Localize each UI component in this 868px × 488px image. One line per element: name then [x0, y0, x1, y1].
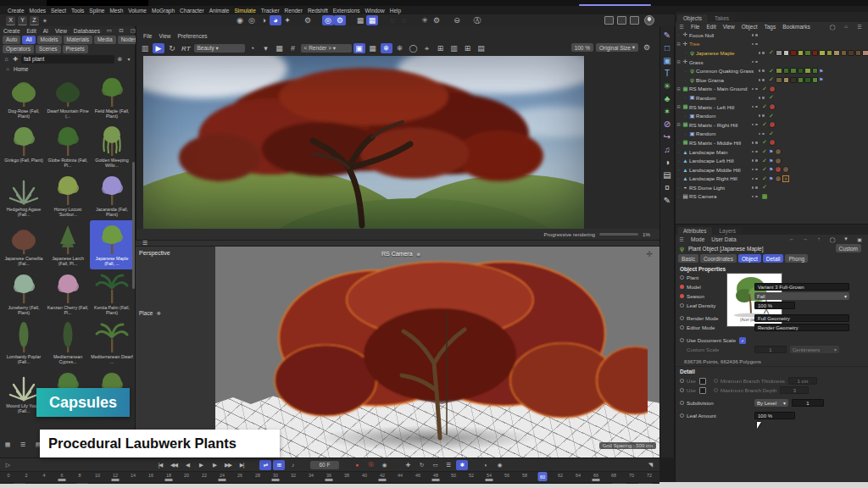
object-row[interactable]: ·▲Landscape Middle Hill✓⚑	[676, 165, 868, 175]
plant-item[interactable]: Globe Robinia (Fall, Pl...	[46, 122, 90, 171]
editor-dot[interactable]	[752, 43, 754, 46]
frame-tick[interactable]: 62	[558, 473, 563, 478]
cube-icon[interactable]: ▣	[661, 54, 673, 66]
record-rotation-button[interactable]: ↻	[415, 460, 427, 470]
section-tab-coordinates[interactable]: Coordinates	[700, 254, 737, 263]
frame-tick[interactable]: 40	[362, 473, 367, 478]
render-dot[interactable]	[755, 61, 758, 64]
dynamics-icon[interactable]: ◉	[234, 15, 246, 25]
frame-tick[interactable]: 70	[629, 473, 634, 478]
frame-tick[interactable]: 4	[43, 473, 46, 478]
axis-tool-icon[interactable]: ⚹	[39, 15, 51, 25]
enabled-check-icon[interactable]: ✓	[767, 113, 776, 119]
forward-icon[interactable]: →	[799, 234, 811, 244]
editor-dot[interactable]	[759, 79, 761, 81]
menu-simulate[interactable]: Simulate	[231, 8, 258, 14]
material-swatch[interactable]	[790, 68, 797, 75]
keyframe-marker[interactable]	[112, 479, 120, 481]
cloth-gear-icon[interactable]: ⚙	[334, 15, 346, 25]
home-icon[interactable]: ⌂	[3, 54, 10, 64]
panel-arrow-icon[interactable]: ▷	[2, 460, 14, 470]
field-leaf-density[interactable]: 100 %	[754, 302, 795, 309]
object-label[interactable]: Landscape Main	[689, 149, 727, 155]
lock-icon[interactable]: ▣	[353, 43, 365, 53]
plant-item[interactable]: Mediterranean Dwarf ...	[90, 319, 134, 368]
autokey-button[interactable]: Ⓐ	[364, 460, 376, 470]
up-icon[interactable]: ↑	[813, 234, 825, 244]
render-dot[interactable]	[755, 169, 758, 171]
section-tab-object[interactable]: Object	[738, 254, 761, 263]
cloth-icon[interactable]: ◎	[322, 15, 334, 25]
burst-icon[interactable]: ✳	[419, 15, 431, 25]
filter-icon[interactable]: ▼	[840, 234, 852, 244]
om-menu-file[interactable]: File	[687, 24, 703, 30]
object-label[interactable]: Random	[696, 95, 715, 101]
field-editor-mode[interactable]: Render Geometry	[754, 324, 849, 331]
axis-lock-x[interactable]: X	[6, 16, 15, 25]
object-row[interactable]: ·▣Random✓	[676, 93, 868, 103]
expander-icon[interactable]: ⊟	[676, 59, 682, 64]
enabled-check-icon[interactable]: ✓	[767, 49, 776, 56]
filter-tab-media[interactable]: Media	[94, 36, 116, 44]
menu-spline[interactable]: Spline	[86, 8, 107, 14]
record-position-button[interactable]: ✚	[402, 460, 414, 470]
material-tag[interactable]	[775, 175, 782, 182]
enabled-check-icon[interactable]: ✓	[767, 94, 776, 101]
visibility-dots[interactable]	[748, 196, 760, 198]
frame-tick[interactable]: 46	[415, 473, 420, 478]
tab-takes[interactable]: Takes	[709, 14, 735, 22]
material-swatch[interactable]	[776, 77, 782, 84]
material-swatch[interactable]	[790, 77, 797, 84]
prev-frame-button[interactable]: ◀	[181, 460, 193, 470]
object-row[interactable]: ·▣Random✓	[676, 130, 868, 139]
material-swatch[interactable]	[804, 77, 811, 84]
axis-lock-y[interactable]: Y	[18, 16, 27, 25]
crop-icon[interactable]: #	[287, 43, 299, 53]
category-tab-presets[interactable]: Presets	[63, 45, 88, 53]
field-model[interactable]: Variant 3 Full-Grown	[754, 283, 849, 291]
material-swatch[interactable]	[812, 50, 819, 57]
frame-tick[interactable]: 26	[237, 473, 242, 478]
frame-tick[interactable]: 38	[344, 473, 349, 478]
sound-button[interactable]: ♪	[287, 460, 298, 470]
menu-animate[interactable]: Animate	[207, 8, 232, 14]
object-row[interactable]: ⊟▦RS Matrix - Right Hill✓	[676, 120, 868, 130]
material-swatch[interactable]	[812, 77, 819, 84]
visibility-dots[interactable]	[748, 43, 760, 46]
checkbox[interactable]	[699, 378, 706, 385]
visibility-dots[interactable]	[755, 52, 767, 54]
visibility-dots[interactable]	[748, 61, 760, 64]
render-dot[interactable]	[755, 151, 758, 153]
window-icon[interactable]: ⊡	[115, 25, 127, 36]
menu-extensions[interactable]: Extensions	[331, 8, 363, 14]
material-tag[interactable]	[769, 103, 776, 110]
phong-tag-icon[interactable]: ⚑	[819, 77, 824, 82]
phong-tag-icon[interactable]: ⚑	[819, 69, 824, 74]
timeline-expand-icon[interactable]: ◥	[644, 460, 656, 470]
layout-window-icon-2[interactable]	[617, 16, 626, 25]
enabled-check-icon[interactable]: ✓	[767, 130, 776, 137]
material-swatch[interactable]	[798, 68, 804, 75]
editor-dot[interactable]	[759, 114, 761, 117]
record-button[interactable]: ●	[351, 460, 363, 470]
frame-tick[interactable]: 72	[647, 473, 652, 478]
frame-tick[interactable]: 6	[61, 473, 64, 478]
visibility-dots[interactable]	[748, 151, 760, 153]
field-subdivision[interactable]: 1	[792, 399, 824, 407]
plant-item[interactable]: Kentia Palm (Fall, Plant)	[90, 269, 134, 319]
object-label[interactable]: Grass	[689, 59, 704, 65]
menu-volume[interactable]: Volume	[125, 8, 149, 14]
text-icon[interactable]: T	[661, 67, 673, 79]
frame-tick[interactable]: 44	[398, 473, 403, 478]
category-tab-operators[interactable]: Operators	[3, 45, 34, 53]
environment-icon[interactable]: ◑	[661, 156, 673, 168]
spline-pen-icon[interactable]: ✎	[661, 29, 673, 41]
visibility-dots[interactable]	[755, 97, 767, 99]
enabled-check-icon[interactable]: ✓	[760, 148, 769, 155]
enabled-check-icon[interactable]: ✓	[760, 121, 769, 128]
frame-tick[interactable]: 14	[131, 473, 136, 478]
expander-icon[interactable]: ⊟	[676, 86, 682, 92]
editor-dot[interactable]	[752, 141, 754, 144]
render-dot[interactable]	[755, 178, 758, 180]
frame-tick[interactable]: 56	[504, 473, 509, 478]
